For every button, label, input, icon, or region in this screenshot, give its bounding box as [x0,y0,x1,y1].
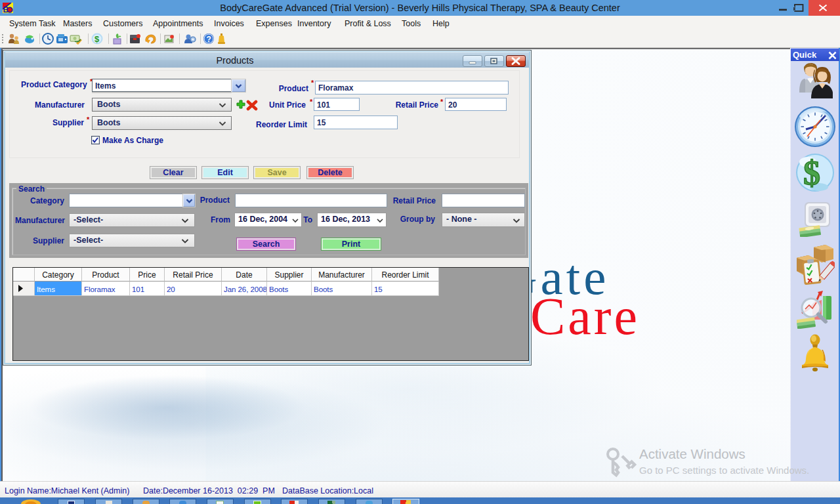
svg-text:?: ? [207,35,211,44]
svg-text:$: $ [803,154,820,192]
svg-text:$: $ [94,34,100,44]
